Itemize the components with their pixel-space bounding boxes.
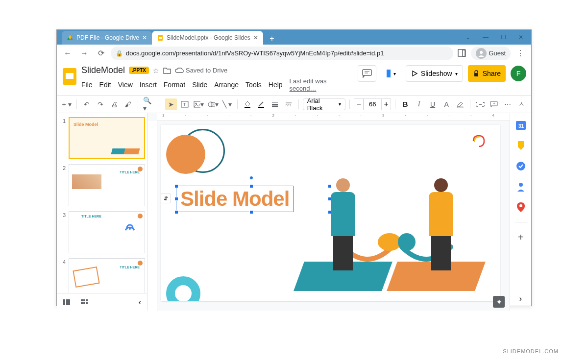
- text-color-button[interactable]: A: [441, 98, 452, 110]
- forward-button[interactable]: →: [77, 47, 91, 60]
- svg-text:+: +: [493, 101, 495, 106]
- titlebar: PDF FIle - Google Drive ✕ SlideModel.ppt…: [57, 30, 531, 45]
- svg-rect-40: [83, 299, 85, 301]
- menu-icon[interactable]: ⋮: [514, 47, 527, 60]
- chevron-left-icon[interactable]: ‹: [139, 298, 141, 307]
- selection-handle[interactable]: [174, 210, 178, 214]
- comment-button[interactable]: +: [488, 98, 500, 110]
- add-addon-button[interactable]: +: [515, 231, 527, 243]
- move-icon[interactable]: [163, 67, 171, 74]
- font-select[interactable]: Arial Black ▾: [303, 98, 346, 110]
- slide-thumbnail[interactable]: TITLE HERE: [69, 211, 145, 253]
- menu-slide[interactable]: Slide: [192, 81, 207, 89]
- comments-button[interactable]: [358, 65, 376, 82]
- indent-handle[interactable]: ⇵: [161, 194, 171, 203]
- new-slide-button[interactable]: + ▾: [61, 98, 73, 110]
- border-weight-button[interactable]: [269, 98, 281, 110]
- shape-tool[interactable]: ▾: [207, 98, 219, 110]
- menu-view[interactable]: View: [118, 81, 133, 89]
- calendar-icon[interactable]: 31: [515, 119, 527, 131]
- bold-button[interactable]: B: [399, 98, 411, 110]
- profile-button[interactable]: Guest: [471, 47, 511, 60]
- cloud-status[interactable]: Saved to Drive: [175, 67, 227, 74]
- keep-icon[interactable]: [515, 140, 527, 151]
- slide-thumb-row[interactable]: 3 TITLE HERE: [59, 211, 145, 253]
- account-avatar[interactable]: F: [511, 66, 526, 81]
- back-button[interactable]: ←: [61, 47, 74, 60]
- textbox-tool[interactable]: T: [179, 98, 191, 110]
- browser-tab[interactable]: SlideModel.pptx - Google Slides ✕: [152, 31, 263, 45]
- tasks-icon[interactable]: [515, 160, 527, 172]
- explore-button[interactable]: ✦: [493, 296, 505, 308]
- slide-thumbnail[interactable]: Slide Model: [69, 117, 145, 159]
- paint-format-button[interactable]: 🖌: [122, 98, 134, 110]
- slide-thumbnail[interactable]: TITLE HERE: [69, 164, 145, 206]
- slideshow-button[interactable]: Slideshow ▾: [406, 65, 463, 82]
- menu-format[interactable]: Format: [164, 81, 185, 89]
- title-textbox[interactable]: Slide Model: [176, 186, 294, 212]
- undo-button[interactable]: ↶: [81, 98, 93, 110]
- font-size-decrease[interactable]: −: [354, 98, 364, 110]
- maximize-button[interactable]: ☐: [495, 31, 512, 43]
- border-color-button[interactable]: [255, 98, 267, 110]
- reload-button[interactable]: ⟳: [94, 47, 108, 60]
- chevron-right-icon[interactable]: ›: [515, 293, 527, 305]
- line-tool[interactable]: ╲ ▾: [221, 98, 233, 110]
- minimize-button[interactable]: —: [477, 31, 494, 43]
- star-icon[interactable]: ☆: [153, 67, 159, 74]
- menu-insert[interactable]: Insert: [140, 81, 157, 89]
- selection-handle[interactable]: [249, 210, 253, 214]
- window-controls: ⌄ — ☐ ✕: [460, 31, 529, 43]
- highlight-button[interactable]: [454, 98, 466, 110]
- last-edit-link[interactable]: Last edit was second…: [290, 77, 354, 92]
- underline-button[interactable]: U: [427, 98, 439, 110]
- font-size-input[interactable]: 66: [364, 98, 381, 110]
- close-icon[interactable]: ✕: [253, 34, 258, 41]
- selection-handle[interactable]: [249, 184, 253, 188]
- meet-button[interactable]: ▾: [381, 65, 401, 82]
- slide-thumb-row[interactable]: 1 Slide Model: [59, 117, 145, 159]
- svg-rect-33: [457, 107, 463, 108]
- menu-file[interactable]: File: [81, 81, 93, 89]
- redo-button[interactable]: ↷: [95, 98, 106, 110]
- selection-handle[interactable]: [174, 197, 178, 201]
- font-name: Arial Black: [307, 97, 335, 112]
- menu-help[interactable]: Help: [269, 81, 283, 89]
- reading-list-icon[interactable]: [456, 48, 468, 59]
- image-tool[interactable]: ▾: [193, 98, 205, 110]
- doc-title[interactable]: SlideModel: [81, 65, 125, 75]
- new-tab-button[interactable]: +: [266, 33, 278, 45]
- slide-canvas[interactable]: Slide Model ⇵: [161, 125, 500, 301]
- select-tool[interactable]: ➤: [165, 98, 177, 110]
- print-button[interactable]: 🖨: [108, 98, 120, 110]
- close-icon[interactable]: ✕: [142, 34, 147, 41]
- menu-edit[interactable]: Edit: [99, 81, 111, 89]
- filmstrip[interactable]: 1 Slide Model 2 TITLE HERE 3: [57, 113, 147, 311]
- canvas-area[interactable]: 1 · · · · 2 · · · · 3 · · · · 4 · · · · …: [147, 113, 510, 311]
- fill-color-button[interactable]: [242, 98, 253, 110]
- rotation-handle[interactable]: [249, 176, 253, 180]
- font-size-increase[interactable]: +: [381, 98, 391, 110]
- slide-thumb-row[interactable]: 2 TITLE HERE: [59, 164, 145, 206]
- zoom-button[interactable]: 🔍 ▾: [142, 98, 157, 110]
- selection-handle[interactable]: [174, 184, 178, 188]
- svg-point-49: [516, 162, 525, 170]
- browser-tab[interactable]: PDF FIle - Google Drive ✕: [62, 31, 152, 45]
- url-field[interactable]: 🔒 docs.google.com/presentation/d/1nfVsSR…: [111, 47, 453, 60]
- menu-tools[interactable]: Tools: [245, 81, 262, 89]
- svg-point-7: [480, 51, 483, 54]
- maps-icon[interactable]: [515, 201, 527, 213]
- hide-menus-button[interactable]: ㅅ: [515, 98, 527, 110]
- menu-arrange[interactable]: Arrange: [214, 81, 239, 89]
- italic-button[interactable]: I: [413, 98, 425, 110]
- link-button[interactable]: [474, 98, 486, 110]
- slides-logo[interactable]: [62, 66, 77, 86]
- grid-view-icon[interactable]: [80, 299, 88, 306]
- contacts-icon[interactable]: [515, 181, 527, 193]
- more-button[interactable]: ⋯: [502, 98, 514, 110]
- window-close-button[interactable]: ✕: [513, 31, 529, 43]
- filmstrip-view-icon[interactable]: [63, 299, 71, 306]
- chevron-down-icon[interactable]: ⌄: [460, 31, 476, 43]
- border-dash-button[interactable]: [283, 98, 294, 110]
- share-button[interactable]: Share: [468, 65, 506, 82]
